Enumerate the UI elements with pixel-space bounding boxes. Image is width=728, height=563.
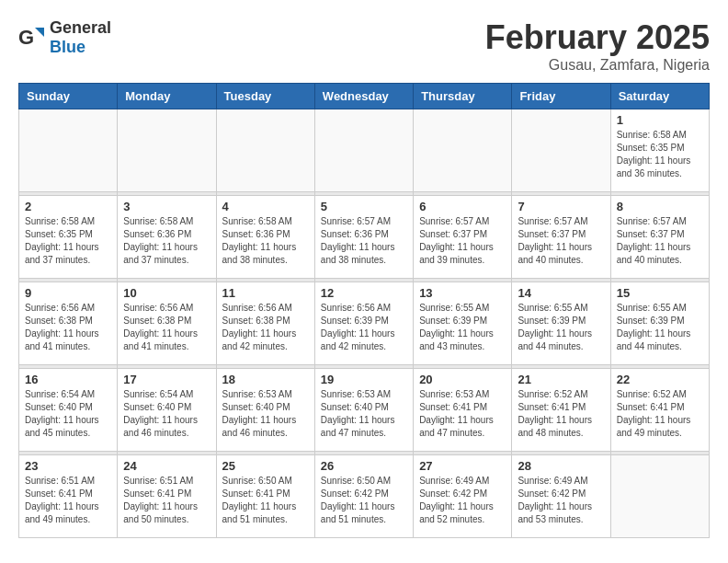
calendar-cell: 25Sunrise: 6:50 AM Sunset: 6:41 PM Dayli…: [216, 455, 314, 538]
calendar-cell: 16Sunrise: 6:54 AM Sunset: 6:40 PM Dayli…: [19, 369, 118, 452]
day-info: Sunrise: 6:50 AM Sunset: 6:41 PM Dayligh…: [222, 475, 309, 526]
calendar-cell: 4Sunrise: 6:58 AM Sunset: 6:36 PM Daylig…: [216, 196, 314, 279]
day-info: Sunrise: 6:57 AM Sunset: 6:37 PM Dayligh…: [617, 215, 703, 267]
day-number: 12: [321, 286, 407, 300]
calendar-cell: 27Sunrise: 6:49 AM Sunset: 6:42 PM Dayli…: [414, 455, 512, 538]
weekday-header-sunday: Sunday: [19, 84, 118, 109]
day-number: 7: [518, 200, 604, 213]
calendar-cell: 1Sunrise: 6:58 AM Sunset: 6:35 PM Daylig…: [610, 109, 709, 192]
day-info: Sunrise: 6:55 AM Sunset: 6:39 PM Dayligh…: [617, 302, 703, 353]
weekday-header-tuesday: Tuesday: [216, 84, 314, 109]
day-number: 24: [123, 459, 210, 473]
calendar-cell: 10Sunrise: 6:56 AM Sunset: 6:38 PM Dayli…: [118, 282, 216, 365]
calendar-week-row-5: 23Sunrise: 6:51 AM Sunset: 6:41 PM Dayli…: [19, 455, 710, 538]
day-number: 14: [518, 286, 604, 300]
day-info: Sunrise: 6:58 AM Sunset: 6:36 PM Dayligh…: [123, 215, 210, 267]
day-info: Sunrise: 6:56 AM Sunset: 6:38 PM Dayligh…: [123, 302, 210, 353]
logo-general-text: General: [50, 18, 111, 37]
logo: G General Blue: [18, 18, 111, 57]
calendar-cell: 13Sunrise: 6:55 AM Sunset: 6:39 PM Dayli…: [414, 282, 512, 365]
day-number: 1: [617, 113, 703, 127]
day-number: 9: [25, 286, 111, 300]
calendar-cell: 6Sunrise: 6:57 AM Sunset: 6:37 PM Daylig…: [414, 196, 512, 279]
day-number: 10: [123, 286, 210, 300]
day-number: 23: [25, 459, 111, 473]
calendar-cell: 24Sunrise: 6:51 AM Sunset: 6:41 PM Dayli…: [118, 455, 216, 538]
day-number: 6: [419, 200, 506, 213]
day-info: Sunrise: 6:51 AM Sunset: 6:41 PM Dayligh…: [25, 475, 111, 526]
calendar-cell: 23Sunrise: 6:51 AM Sunset: 6:41 PM Dayli…: [19, 455, 118, 538]
day-number: 8: [617, 200, 703, 213]
day-number: 16: [25, 373, 111, 386]
calendar-cell: 19Sunrise: 6:53 AM Sunset: 6:40 PM Dayli…: [314, 369, 413, 452]
calendar-cell: 2Sunrise: 6:58 AM Sunset: 6:35 PM Daylig…: [19, 196, 118, 279]
calendar-week-row-3: 9Sunrise: 6:56 AM Sunset: 6:38 PM Daylig…: [19, 282, 710, 365]
day-number: 13: [419, 286, 506, 300]
day-info: Sunrise: 6:53 AM Sunset: 6:40 PM Dayligh…: [222, 388, 309, 440]
day-info: Sunrise: 6:57 AM Sunset: 6:36 PM Dayligh…: [321, 215, 407, 267]
day-info: Sunrise: 6:56 AM Sunset: 6:39 PM Dayligh…: [321, 302, 407, 353]
page-header: G General Blue February 2025 Gusau, Zamf…: [18, 18, 710, 74]
calendar-cell: [314, 109, 413, 192]
calendar-cell: 21Sunrise: 6:52 AM Sunset: 6:41 PM Dayli…: [512, 369, 610, 452]
day-number: 21: [518, 373, 604, 386]
day-info: Sunrise: 6:53 AM Sunset: 6:40 PM Dayligh…: [321, 388, 407, 440]
calendar-cell: [512, 109, 610, 192]
svg-marker-1: [35, 28, 44, 37]
day-info: Sunrise: 6:55 AM Sunset: 6:39 PM Dayligh…: [518, 302, 604, 353]
day-number: 20: [419, 373, 506, 386]
calendar-cell: 26Sunrise: 6:50 AM Sunset: 6:42 PM Dayli…: [314, 455, 413, 538]
calendar-cell: 22Sunrise: 6:52 AM Sunset: 6:41 PM Dayli…: [610, 369, 709, 452]
calendar-cell: 20Sunrise: 6:53 AM Sunset: 6:41 PM Dayli…: [414, 369, 512, 452]
day-info: Sunrise: 6:54 AM Sunset: 6:40 PM Dayligh…: [123, 388, 210, 440]
calendar-cell: 11Sunrise: 6:56 AM Sunset: 6:38 PM Dayli…: [216, 282, 314, 365]
calendar-cell: 18Sunrise: 6:53 AM Sunset: 6:40 PM Dayli…: [216, 369, 314, 452]
calendar-cell: 12Sunrise: 6:56 AM Sunset: 6:39 PM Dayli…: [314, 282, 413, 365]
day-info: Sunrise: 6:53 AM Sunset: 6:41 PM Dayligh…: [419, 388, 506, 440]
calendar-cell: [414, 109, 512, 192]
weekday-header-row: SundayMondayTuesdayWednesdayThursdayFrid…: [19, 84, 710, 109]
day-info: Sunrise: 6:58 AM Sunset: 6:35 PM Dayligh…: [617, 129, 703, 180]
day-info: Sunrise: 6:50 AM Sunset: 6:42 PM Dayligh…: [321, 475, 407, 526]
calendar-table: SundayMondayTuesdayWednesdayThursdayFrid…: [18, 83, 710, 538]
day-number: 15: [617, 286, 703, 300]
day-number: 2: [25, 200, 111, 213]
calendar-cell: 7Sunrise: 6:57 AM Sunset: 6:37 PM Daylig…: [512, 196, 610, 279]
day-number: 3: [123, 200, 210, 213]
logo-blue-text: Blue: [50, 38, 85, 56]
calendar-cell: 15Sunrise: 6:55 AM Sunset: 6:39 PM Dayli…: [610, 282, 709, 365]
day-number: 28: [518, 459, 604, 473]
location-title: Gusau, Zamfara, Nigeria: [485, 57, 710, 74]
day-number: 18: [222, 373, 309, 386]
weekday-header-monday: Monday: [118, 84, 216, 109]
calendar-cell: 5Sunrise: 6:57 AM Sunset: 6:36 PM Daylig…: [314, 196, 413, 279]
day-info: Sunrise: 6:56 AM Sunset: 6:38 PM Dayligh…: [222, 302, 309, 353]
weekday-header-friday: Friday: [512, 84, 610, 109]
day-info: Sunrise: 6:56 AM Sunset: 6:38 PM Dayligh…: [25, 302, 111, 353]
day-info: Sunrise: 6:57 AM Sunset: 6:37 PM Dayligh…: [518, 215, 604, 267]
weekday-header-thursday: Thursday: [414, 84, 512, 109]
day-number: 26: [321, 459, 407, 473]
day-info: Sunrise: 6:49 AM Sunset: 6:42 PM Dayligh…: [419, 475, 506, 526]
calendar-cell: [118, 109, 216, 192]
calendar-cell: [19, 109, 118, 192]
calendar-cell: 17Sunrise: 6:54 AM Sunset: 6:40 PM Dayli…: [118, 369, 216, 452]
day-info: Sunrise: 6:52 AM Sunset: 6:41 PM Dayligh…: [617, 388, 703, 440]
day-info: Sunrise: 6:58 AM Sunset: 6:35 PM Dayligh…: [25, 215, 111, 267]
weekday-header-wednesday: Wednesday: [314, 84, 413, 109]
day-info: Sunrise: 6:51 AM Sunset: 6:41 PM Dayligh…: [123, 475, 210, 526]
svg-text:G: G: [18, 26, 34, 49]
day-number: 11: [222, 286, 309, 300]
day-info: Sunrise: 6:49 AM Sunset: 6:42 PM Dayligh…: [518, 475, 604, 526]
calendar-week-row-2: 2Sunrise: 6:58 AM Sunset: 6:35 PM Daylig…: [19, 196, 710, 279]
day-number: 25: [222, 459, 309, 473]
day-number: 4: [222, 200, 309, 213]
calendar-cell: [610, 455, 709, 538]
day-info: Sunrise: 6:54 AM Sunset: 6:40 PM Dayligh…: [25, 388, 111, 440]
calendar-week-row-4: 16Sunrise: 6:54 AM Sunset: 6:40 PM Dayli…: [19, 369, 710, 452]
day-number: 5: [321, 200, 407, 213]
title-block: February 2025 Gusau, Zamfara, Nigeria: [485, 18, 710, 74]
calendar-cell: [216, 109, 314, 192]
day-number: 19: [321, 373, 407, 386]
day-info: Sunrise: 6:55 AM Sunset: 6:39 PM Dayligh…: [419, 302, 506, 353]
